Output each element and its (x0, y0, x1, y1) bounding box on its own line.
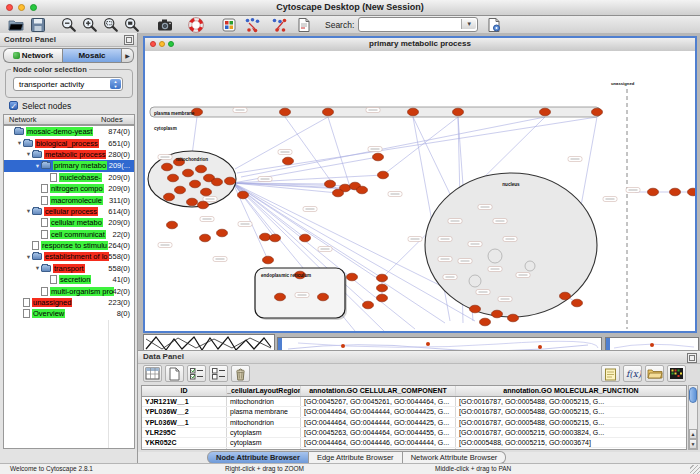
network-edge[interactable] (233, 183, 382, 278)
network-node[interactable] (190, 180, 201, 188)
expand-arrow-icon[interactable]: ▼ (25, 151, 32, 157)
select-attributes-button[interactable] (187, 365, 206, 382)
table-row-YPL036W__2[interactable]: YPL036W__2plasma membrane[GO:0044464, GO… (142, 407, 686, 417)
column-header[interactable]: ID (142, 386, 227, 396)
annotation-button[interactable] (296, 17, 313, 33)
network-node[interactable] (167, 221, 178, 229)
tree-item-multi-organism-pro[interactable]: multi-organism pro42(0) (4, 285, 134, 296)
network-node[interactable] (162, 163, 173, 171)
network-node[interactable] (347, 273, 358, 281)
network-node[interactable] (238, 191, 249, 199)
network-node[interactable] (480, 318, 491, 326)
network-node[interactable] (540, 108, 551, 116)
network-node[interactable] (453, 108, 464, 116)
column-header[interactable]: annotation.GO CELLULAR_COMPONENT (301, 386, 456, 396)
tree-item-overview[interactable]: Overview8(0) (4, 308, 134, 319)
table-row-YPL036W__1[interactable]: YPL036W__1mitochondrion[GO:0044464, GO:0… (142, 418, 686, 428)
network-node[interactable] (280, 108, 291, 116)
network-node[interactable] (263, 256, 274, 264)
configure-search-button[interactable] (486, 17, 503, 33)
network-node[interactable] (592, 108, 603, 116)
search-input[interactable]: ▼ (358, 17, 478, 32)
network-node[interactable] (408, 108, 419, 116)
open-session-button[interactable] (8, 17, 25, 33)
table-row-YKR052C[interactable]: YKR052Ccytoplasm[GO:0044464, GO:0044446,… (142, 438, 686, 448)
float-panel-icon[interactable] (687, 353, 697, 363)
zoom-in-button[interactable] (82, 17, 99, 33)
tree-item-nitrogen-compo[interactable]: nitrogen compo209(0) (4, 183, 134, 194)
column-header[interactable]: _cellularLayoutRegion (227, 386, 301, 396)
save-session-button[interactable] (30, 17, 47, 33)
zoom-out-button[interactable] (61, 17, 78, 33)
network-node[interactable] (225, 177, 236, 185)
network-node[interactable] (183, 169, 194, 177)
network-node[interactable] (198, 201, 209, 209)
table-row-YJR121W__1[interactable]: YJR121W__1mitochondrion[GO:0045267, GO:0… (142, 397, 686, 407)
matrix-button[interactable] (667, 365, 686, 382)
tree-item-cell-communicat[interactable]: cell communicat22(0) (4, 229, 134, 240)
network-node[interactable] (175, 186, 186, 194)
expand-arrow-icon[interactable]: ▼ (16, 140, 23, 146)
network-node[interactable] (168, 174, 179, 182)
tree-item-cellular-process[interactable]: ▼cellular process614(0) (4, 206, 134, 217)
network-node[interactable] (688, 188, 696, 196)
tree-item-response-to-stimulu[interactable]: response to stimulu264(0) (4, 240, 134, 251)
network-node[interactable] (217, 229, 228, 237)
formula-builder-button[interactable]: f(x) (623, 365, 642, 382)
scrollbar-thumb[interactable] (689, 387, 697, 403)
network-node[interactable] (300, 234, 311, 242)
graphics-snapshot-button[interactable] (157, 17, 174, 33)
network-node[interactable] (333, 189, 344, 197)
background-window-2[interactable] (277, 337, 602, 350)
network-node[interactable] (187, 198, 198, 206)
network-node[interactable] (648, 188, 659, 196)
network-node[interactable] (325, 180, 336, 188)
tree-item-macromolecule[interactable]: macromolecule311(0) (4, 194, 134, 205)
background-window-3[interactable] (605, 337, 699, 350)
network-node[interactable] (196, 165, 207, 173)
layout-network-a-button[interactable] (244, 17, 261, 33)
network-node[interactable] (373, 153, 384, 161)
attribute-grid-button[interactable] (143, 365, 162, 382)
zoom-fit-content-button[interactable] (124, 17, 141, 33)
network-window-titlebar[interactable]: primary metabolic process (145, 38, 695, 52)
network-node[interactable] (275, 293, 286, 301)
notes-button[interactable] (601, 365, 620, 382)
network-node[interactable] (670, 188, 681, 196)
tree-item-mosaic-demo-yeast[interactable]: mosaic-demo-yeast874(0) (4, 126, 134, 137)
tab-network[interactable]: Network (3, 48, 62, 63)
network-node[interactable] (492, 310, 503, 318)
table-row-YLR295C[interactable]: YLR295Ccytoplasm[GO:0045263, GO:0044464,… (142, 428, 686, 438)
network-node[interactable] (318, 293, 329, 301)
tree-item-biological-process[interactable]: ▼biological_process651(0) (4, 137, 134, 148)
network-node[interactable] (378, 171, 389, 179)
table-scrollbar[interactable]: ▲ ▼ (688, 385, 698, 450)
network-node[interactable] (270, 234, 281, 242)
expand-arrow-icon[interactable]: ▼ (34, 265, 41, 271)
network-node[interactable] (377, 294, 388, 302)
tree-item-transport[interactable]: ▼transport558(0) (4, 263, 134, 274)
network-node[interactable] (201, 188, 212, 196)
tree-item-establishment-of-lo[interactable]: ▼establishment of lo558(0) (4, 251, 134, 262)
search-text-field[interactable] (362, 19, 458, 30)
layout-network-b-button[interactable] (271, 17, 288, 33)
scroll-down-button[interactable]: ▼ (689, 439, 697, 449)
network-edge[interactable] (241, 117, 545, 177)
network-edge[interactable] (328, 117, 350, 187)
scroll-up-button[interactable]: ▲ (689, 429, 697, 439)
expand-arrow-icon[interactable]: ▼ (25, 254, 32, 260)
network-view-window[interactable]: primary metabolic process plasma membran… (143, 36, 697, 333)
node-color-dropdown[interactable]: transporter activity ▲▼ (13, 77, 123, 91)
float-panel-icon[interactable] (124, 35, 134, 45)
network-node[interactable] (212, 178, 223, 186)
network-node[interactable] (572, 299, 583, 307)
tab-mosaic[interactable]: Mosaic (62, 48, 122, 63)
new-attribute-button[interactable] (165, 365, 184, 382)
tab-scroll-right-button[interactable]: ▶ (122, 48, 134, 63)
tree-item-secretion[interactable]: secretion41(0) (4, 274, 134, 285)
network-node[interactable] (260, 233, 271, 241)
help-button[interactable] (188, 17, 205, 33)
tree-item-primary-metabo[interactable]: ▼primary metabo209(... (4, 160, 134, 171)
tree-item-nucleobase-[interactable]: nucleobase-209(0) (4, 172, 134, 183)
network-node[interactable] (323, 108, 334, 116)
